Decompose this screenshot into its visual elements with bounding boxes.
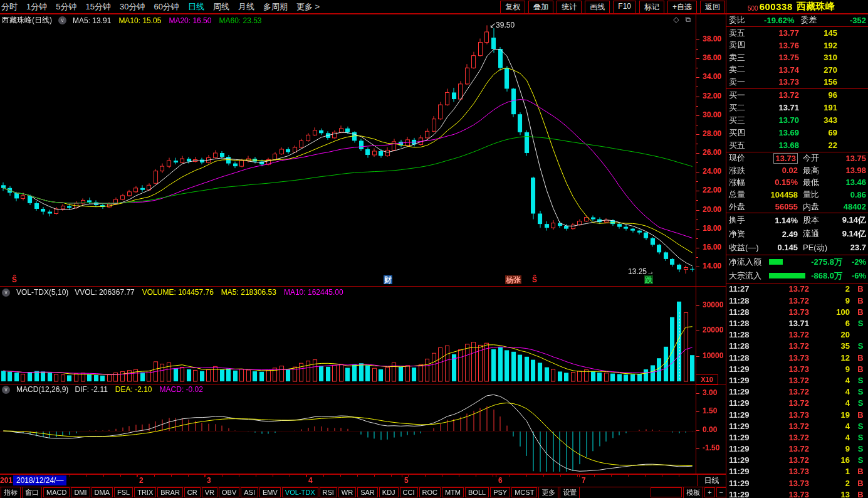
- minor-tick: [459, 475, 459, 477]
- period-tab-5[interactable]: 60分钟: [154, 1, 179, 13]
- indicator-button-6[interactable]: CR: [184, 487, 201, 497]
- indicator-button-10[interactable]: EMV: [259, 487, 281, 497]
- indicator-button-13[interactable]: WR: [338, 487, 356, 497]
- period-tabs: 分时1分钟5分钟15分钟30分钟60分钟日线周线月线多周期更多 >: [0, 1, 320, 13]
- trade-row: 11:2913.732B: [726, 477, 868, 489]
- minus-button[interactable]: −: [716, 487, 726, 497]
- period-tab-8[interactable]: 月线: [238, 1, 254, 13]
- indicator-button-7[interactable]: VR: [202, 487, 217, 497]
- header-value-1: VOLUME: 104457.76: [142, 288, 214, 297]
- trade-row: 11:2813.73100B: [726, 306, 868, 317]
- indicator-button-3[interactable]: FSL: [114, 487, 133, 497]
- overlap-window-icon[interactable]: ⧉: [685, 15, 691, 24]
- indicator-button-8[interactable]: OBV: [219, 487, 239, 497]
- minor-tick: [493, 475, 493, 477]
- period-tab-2[interactable]: 5分钟: [56, 1, 76, 13]
- chevron-down-icon[interactable]: ∨: [2, 386, 10, 394]
- low-arrow-icon: →: [647, 267, 654, 276]
- toolbar-button-7[interactable]: 返回: [700, 1, 725, 14]
- indicator-button-14[interactable]: SAR: [357, 487, 378, 497]
- more-button-0[interactable]: 更多: [538, 487, 558, 498]
- chevron-down-icon[interactable]: ∨: [2, 289, 10, 297]
- axis-tick: [696, 305, 699, 306]
- indicator-button-12[interactable]: RSI: [320, 487, 337, 497]
- month-tick: [579, 475, 580, 477]
- indicator-button-5[interactable]: BRAR: [157, 487, 183, 497]
- trade-row: 11:2913.724S: [726, 374, 868, 386]
- axis-tick: [696, 49, 698, 50]
- period-tab-7[interactable]: 周线: [213, 1, 229, 13]
- axis-label: 14.00: [703, 262, 721, 270]
- axis-tick: [696, 210, 699, 211]
- axis-label: -1.50: [703, 443, 719, 452]
- minor-tick: [273, 475, 273, 477]
- indicator-button-4[interactable]: TRIX: [134, 487, 156, 497]
- toolbar-button-2[interactable]: 统计: [557, 1, 582, 14]
- indicator-button-19[interactable]: BOLL: [465, 487, 489, 497]
- period-tab-1[interactable]: 1分钟: [26, 1, 47, 13]
- macd-canvas[interactable]: [0, 384, 696, 474]
- header-value-1: MA10: 15.05: [118, 16, 161, 25]
- minor-tick: [120, 475, 121, 477]
- toolbar-button-3[interactable]: 画线: [585, 1, 610, 14]
- panel-button-0[interactable]: 指标: [1, 487, 21, 498]
- header-value-2: MA20: 16.50: [169, 16, 211, 25]
- period-tab-4[interactable]: 30分钟: [120, 1, 145, 13]
- minor-tick: [306, 475, 307, 477]
- indicator-button-17[interactable]: ROC: [419, 487, 441, 497]
- axis-tick: [696, 77, 699, 78]
- axis-label: 36.00: [703, 53, 721, 62]
- toolbar-button-6[interactable]: +自选: [667, 1, 697, 14]
- axis-tick: [696, 257, 698, 258]
- axis-tick: [696, 97, 699, 97]
- axis-label: 0.00: [703, 425, 717, 434]
- indicator-button-15[interactable]: KDJ: [379, 487, 399, 497]
- indicator-button-0[interactable]: MACD: [43, 487, 70, 497]
- indicator-button-16[interactable]: CCI: [400, 487, 418, 497]
- quote-info: 现价13.73今开13.75涨跌0.02最高13.98涨幅0.15%最低13.4…: [726, 152, 868, 213]
- minor-tick: [205, 475, 206, 477]
- indicator-button-2[interactable]: DMA: [92, 487, 113, 497]
- axis-tick: [696, 200, 698, 201]
- candlestick-canvas[interactable]: [0, 14, 696, 285]
- axis-label: 3.00: [703, 388, 717, 397]
- more-button-1[interactable]: 设置: [560, 487, 580, 498]
- indicator-button-21[interactable]: MCST: [511, 487, 537, 497]
- minor-tick: [171, 475, 172, 477]
- weibi-row: 委比 -19.62% 委差 -352: [726, 14, 868, 26]
- panel-button-1[interactable]: 窗口: [22, 487, 42, 498]
- period-tab-9[interactable]: 多周期: [263, 1, 288, 13]
- volume-canvas[interactable]: [0, 287, 696, 384]
- indicator-button-11[interactable]: VOL-TDX: [282, 487, 318, 497]
- weicha-value: -352: [817, 16, 867, 25]
- trade-row: 11:2913.739B: [726, 363, 868, 374]
- toolbar-button-5[interactable]: 标记: [639, 1, 664, 14]
- indicator-button-20[interactable]: PSY: [490, 487, 510, 497]
- axis-label: 1.50: [703, 406, 717, 415]
- axis-tick: [696, 162, 698, 163]
- diamond-icon[interactable]: ◇: [673, 15, 679, 24]
- period-tab-10[interactable]: 更多 >: [296, 1, 320, 13]
- plus-button[interactable]: +: [704, 487, 714, 497]
- template-button[interactable]: 模板: [683, 487, 703, 498]
- chevron-down-icon[interactable]: ∨: [58, 16, 66, 24]
- toolbar-button-0[interactable]: 复权: [500, 1, 525, 14]
- period-tab-3[interactable]: 15分钟: [85, 1, 110, 13]
- period-tab-0[interactable]: 分时: [1, 1, 18, 13]
- toolbar-button-4[interactable]: F10: [613, 1, 636, 14]
- axis-tick: [696, 229, 699, 230]
- period-tab-6[interactable]: 日线: [188, 1, 204, 13]
- info-row: 涨幅0.15%最低13.46: [726, 176, 868, 188]
- indicator-button-18[interactable]: MTM: [442, 487, 464, 497]
- toolbar-button-1[interactable]: 叠加: [528, 1, 553, 14]
- ma-values: MA5: 13.91MA10: 15.05MA20: 16.50MA60: 23…: [73, 16, 269, 25]
- main-y-axis: 38.0036.0034.0032.0030.0028.0026.0024.00…: [696, 14, 726, 285]
- minor-tick: [357, 475, 358, 477]
- indicator-button-9[interactable]: ASI: [241, 487, 258, 497]
- event-marker-1: 财: [384, 275, 392, 284]
- macd-panel: ∨ MACD(12,26,9) DIF: -2.11DEA: -2.10MACD…: [0, 384, 696, 474]
- minor-tick: [188, 475, 189, 477]
- minor-tick: [86, 475, 87, 477]
- indicator-button-1[interactable]: DMI: [71, 487, 90, 497]
- main-chart-panel: 西藏珠峰(日线) ∨ MA5: 13.91MA10: 15.05MA20: 16…: [0, 14, 696, 285]
